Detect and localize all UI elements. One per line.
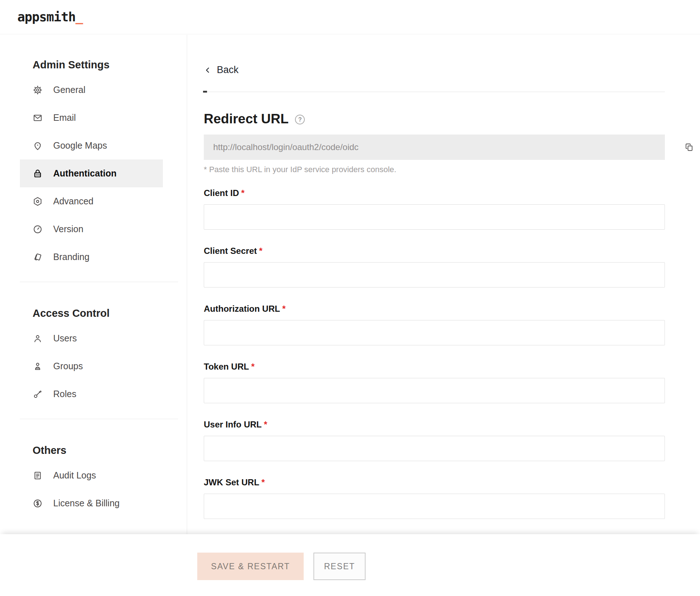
app-header: appsmith_ xyxy=(0,0,700,34)
sidebar-item-email[interactable]: Email xyxy=(0,104,187,132)
appsmith-logo: appsmith_ xyxy=(17,10,83,24)
sidebar-item-license-billing[interactable]: License & Billing xyxy=(0,489,187,517)
page-title: Redirect URL xyxy=(204,111,288,127)
sidebar-item-label: Audit Logs xyxy=(53,470,96,481)
required-marker: * xyxy=(241,188,244,198)
field-authorization-url: Authorization URL* xyxy=(204,304,665,345)
sidebar-item-label: Authentication xyxy=(53,168,117,179)
chevron-left-icon xyxy=(204,66,212,74)
authorization-url-input[interactable] xyxy=(204,320,665,345)
sidebar-item-advanced[interactable]: Advanced xyxy=(0,187,187,215)
sidebar-item-label: Advanced xyxy=(53,196,93,207)
required-marker: * xyxy=(282,304,286,314)
sidebar-item-label: Email xyxy=(53,112,76,123)
sidebar-item-label: Google Maps xyxy=(53,140,107,151)
swatch-icon xyxy=(33,252,43,262)
field-label: JWK Set URL* xyxy=(204,477,665,488)
save-restart-button[interactable]: SAVE & RESTART xyxy=(197,553,304,580)
sidebar-item-label: Users xyxy=(53,333,77,344)
field-client-id: Client ID* xyxy=(204,188,665,230)
required-marker: * xyxy=(251,362,254,371)
clock-icon xyxy=(33,224,43,234)
field-user-info-url: User Info URL* xyxy=(204,420,665,461)
divider-dash xyxy=(203,91,207,93)
sidebar-item-audit-logs[interactable]: Audit Logs xyxy=(0,461,187,489)
mail-icon xyxy=(33,113,43,123)
field-client-secret: Client Secret* xyxy=(204,246,665,288)
file-list-icon xyxy=(33,471,43,481)
lock-icon xyxy=(33,169,43,179)
field-label: User Info URL* xyxy=(204,420,665,430)
redirect-url-input[interactable] xyxy=(204,135,665,160)
required-marker: * xyxy=(259,246,262,256)
token-url-input[interactable] xyxy=(204,378,665,403)
sidebar-item-general[interactable]: General xyxy=(0,76,187,104)
section-divider xyxy=(204,91,665,92)
copy-icon[interactable] xyxy=(684,142,694,152)
sidebar-item-label: Branding xyxy=(53,252,89,262)
sidebar-item-label: Version xyxy=(53,224,83,234)
sidebar-item-roles[interactable]: Roles xyxy=(0,380,187,408)
field-jwk-set-url: JWK Set URL* xyxy=(204,477,665,519)
user-info-url-input[interactable] xyxy=(204,436,665,461)
gear-icon xyxy=(33,85,43,95)
sidebar-section-others: Others xyxy=(33,444,187,456)
field-label: Token URL* xyxy=(204,362,665,372)
sidebar-item-google-maps[interactable]: Google Maps xyxy=(0,132,187,159)
sidebar-item-label: Roles xyxy=(53,389,76,399)
help-icon[interactable]: ? xyxy=(295,115,305,124)
hexagon-nut-icon xyxy=(33,196,43,207)
map-pin-icon xyxy=(33,141,43,151)
sidebar-item-label: License & Billing xyxy=(53,498,119,508)
sidebar-divider xyxy=(20,282,178,282)
required-marker: * xyxy=(261,477,265,487)
logo-text: appsmith xyxy=(17,10,76,24)
sidebar-item-label: Groups xyxy=(53,361,83,371)
sidebar-section-admin-settings: Admin Settings xyxy=(33,59,187,71)
user-group-icon xyxy=(33,361,43,371)
footer-action-bar: SAVE & RESTART RESET xyxy=(0,534,700,596)
sidebar-item-branding[interactable]: Branding xyxy=(0,243,187,271)
required-marker: * xyxy=(264,420,267,429)
jwk-set-url-input[interactable] xyxy=(204,494,665,519)
back-label: Back xyxy=(217,64,239,76)
sidebar: Admin Settings General Email Google Maps… xyxy=(0,35,187,534)
reset-button[interactable]: RESET xyxy=(313,553,366,580)
back-button[interactable]: Back xyxy=(204,64,239,76)
logo-underscore: _ xyxy=(76,10,83,24)
sidebar-item-authentication[interactable]: Authentication xyxy=(20,159,163,187)
sidebar-item-version[interactable]: Version xyxy=(0,215,187,243)
sidebar-divider xyxy=(20,419,178,419)
sidebar-item-groups[interactable]: Groups xyxy=(0,352,187,380)
sidebar-item-users[interactable]: Users xyxy=(0,324,187,352)
client-secret-input[interactable] xyxy=(204,262,665,288)
sidebar-item-label: General xyxy=(53,85,85,95)
field-label: Client ID* xyxy=(204,188,665,198)
settings-content: Back Redirect URL ? * Paste this URL in … xyxy=(187,35,700,534)
field-token-url: Token URL* xyxy=(204,362,665,403)
sidebar-section-access-control: Access Control xyxy=(33,307,187,319)
field-label: Client Secret* xyxy=(204,246,665,256)
key-icon xyxy=(33,389,43,399)
client-id-input[interactable] xyxy=(204,204,665,230)
dollar-circle-icon xyxy=(33,498,43,508)
user-icon xyxy=(33,333,43,344)
field-label: Authorization URL* xyxy=(204,304,665,314)
redirect-url-hint: * Paste this URL in your IdP service pro… xyxy=(204,165,700,174)
